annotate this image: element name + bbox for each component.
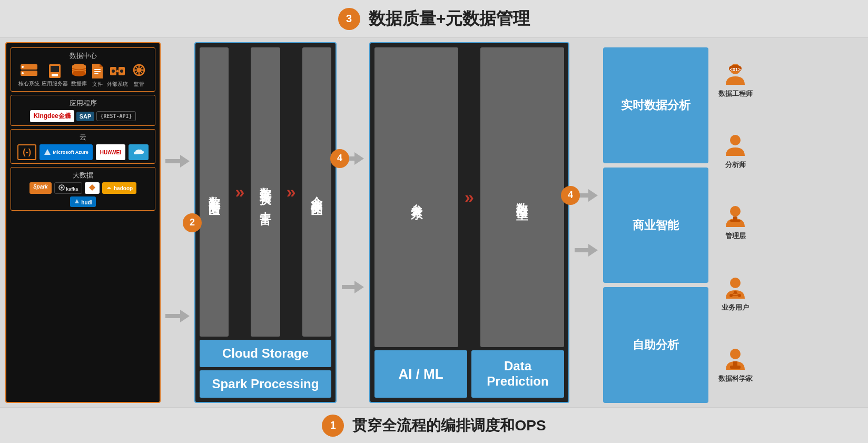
hadoop-logo: hadoop <box>102 182 136 194</box>
analyst-label: 分析师 <box>725 160 746 170</box>
svg-rect-31 <box>730 220 741 222</box>
bi-text: 商业智能 <box>633 218 679 233</box>
arrow-top <box>165 155 190 168</box>
bigdata-section: 大数据 Spark kafka hadoop <box>11 167 155 211</box>
svg-point-28 <box>730 135 741 145</box>
user-analyst: 分析师 <box>723 133 748 170</box>
external-item: 外部系统 <box>107 63 128 88</box>
arrow-mid-bottom <box>342 281 364 293</box>
arrow-mid-top: 4 <box>342 152 364 165</box>
azure-logo: Microsoft Azure <box>40 144 93 160</box>
arrow-right-top: 4 <box>575 189 598 202</box>
arrow-bottom <box>165 310 190 322</box>
spark-box: Spark Processing <box>200 370 331 398</box>
ai-text: AI / ML <box>398 366 443 382</box>
apps-logos: Kingdee金蝶 SAP {REST-API} <box>15 110 151 122</box>
circle-4-right: 4 <box>561 186 580 205</box>
user-engineer: <01> 数据工程师 <box>718 62 753 99</box>
cloud-logo <box>129 144 149 160</box>
right-arrows: 4 <box>573 42 600 403</box>
monitor-item: 监管 <box>130 63 148 88</box>
engineer-label: 数据工程师 <box>718 89 753 99</box>
ctrip-logo: (-) <box>17 144 36 160</box>
svg-rect-30 <box>733 216 737 220</box>
kingdee-logo: Kingdee金蝶 <box>30 110 74 122</box>
engineer-icon: <01> <box>723 62 748 87</box>
cloud-title: 云 <box>15 133 151 142</box>
external-icon <box>108 63 126 80</box>
ai-box: AI / ML <box>374 350 467 398</box>
datacenter-title: 数据中心 <box>15 51 151 61</box>
svg-point-32 <box>730 278 741 288</box>
file-icon <box>90 63 105 80</box>
manager-label: 管理层 <box>725 231 746 241</box>
arrow-head-mid2 <box>354 281 364 293</box>
bottom-banner-title: 贯穿全流程的编排调度和OPS <box>352 416 546 436</box>
arrow-head-top <box>180 155 190 168</box>
svg-rect-41 <box>730 366 741 369</box>
storage-col: 企业存储区 <box>302 47 331 337</box>
storage-text: 企业存储区 <box>309 187 324 198</box>
arrow-head-rb <box>588 244 598 257</box>
huawei-logo: HUAWEI <box>96 144 125 160</box>
database-label: 数据库 <box>71 80 87 87</box>
landing-col: 数据着陆区 <box>200 47 229 337</box>
selfservice-box: 自助分析 <box>603 287 708 403</box>
spark-text: Spark Processing <box>212 377 319 391</box>
cloud-logos: (-) Microsoft Azure HUAWEI <box>15 144 151 160</box>
right-panels: 实时数据分析 商业智能 自助分析 <box>603 42 708 403</box>
svg-point-22 <box>61 186 63 189</box>
chevron1: » <box>232 47 248 337</box>
svg-point-19 <box>136 67 142 73</box>
circle-2: 2 <box>183 213 202 232</box>
arrow-shaft-bottom <box>165 314 180 318</box>
svg-marker-23 <box>89 184 95 191</box>
svg-point-10 <box>72 64 86 69</box>
dp-box: Data Prediction <box>471 350 564 398</box>
red-chevron-3: » <box>462 188 476 207</box>
business-user-label: 业务用户 <box>722 303 749 312</box>
model-col: 数据模型 <box>480 47 564 347</box>
middle-arrows: 4 <box>340 42 366 403</box>
top-banner: 3 数据质量+元数据管理 <box>0 0 868 38</box>
external-label: 外部系统 <box>107 81 128 88</box>
svg-text:<01>: <01> <box>730 67 741 72</box>
apps-section: 应用程序 Kingdee金蝶 SAP {REST-API} <box>11 95 155 126</box>
spark-logo: Spark <box>29 182 52 194</box>
realtime-box: 实时数据分析 <box>603 47 708 163</box>
svg-rect-5 <box>51 66 59 72</box>
reference-col: 参考系 <box>374 47 458 347</box>
left-panel: 数据中心 核心系统 <box>5 42 161 403</box>
zone1-bottom: Cloud Storage Spark Processing <box>200 340 331 398</box>
svg-point-3 <box>22 72 24 74</box>
arrow-right-bottom <box>575 244 598 257</box>
analyst-icon <box>723 133 748 158</box>
transform-col: 数据转换+丰富 <box>251 47 280 337</box>
user-panel: <01> 数据工程师 分析师 <box>712 42 759 403</box>
svg-marker-20 <box>44 149 51 155</box>
dp-text: Data Prediction <box>480 359 556 389</box>
svg-point-2 <box>22 66 24 68</box>
cloud-storage-box: Cloud Storage <box>200 340 331 367</box>
zone1-box: 数据着陆区 » 数据转换+丰富 » 企业存储区 <box>194 42 337 403</box>
cloud-storage-text: Cloud Storage <box>222 346 309 361</box>
arrow-head-bottom <box>180 310 190 322</box>
svg-rect-6 <box>52 74 58 76</box>
appserver-icon <box>47 63 63 79</box>
svg-rect-11 <box>94 69 101 70</box>
arrow-head-rt <box>588 189 598 202</box>
red-chevron-2: » <box>284 182 298 202</box>
bigdata-title: 大数据 <box>15 171 151 180</box>
user-business: 业务用户 <box>722 275 749 312</box>
kafka-logo: kafka <box>54 182 83 194</box>
datacenter-section: 数据中心 核心系统 <box>11 47 155 92</box>
file-item: 文件 <box>90 63 105 88</box>
apps-title: 应用程序 <box>15 99 151 108</box>
bi-box: 商业智能 <box>603 168 708 283</box>
model-text: 数据模型 <box>514 193 530 202</box>
svg-point-29 <box>730 206 741 216</box>
datacenter-icons: 核心系统 应用服务器 <box>15 63 151 88</box>
chevron2: » <box>283 47 299 337</box>
db-icon <box>70 63 88 79</box>
core-system-item: 核心系统 <box>18 63 40 87</box>
